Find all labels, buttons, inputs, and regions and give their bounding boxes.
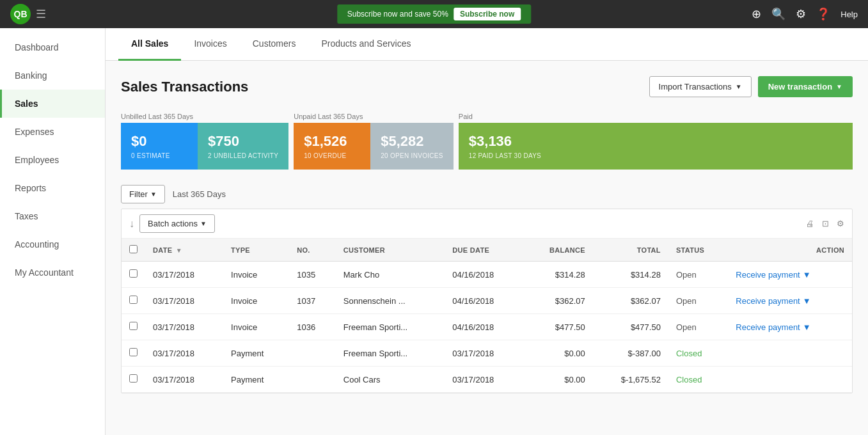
col-status: STATUS	[668, 239, 728, 262]
settings-icon[interactable]: ⚙	[837, 219, 844, 228]
hamburger-icon[interactable]: ☰	[36, 7, 46, 21]
col-date[interactable]: DATE ▼	[145, 239, 223, 262]
stat-sub-open: 20 OPEN INVOICES	[381, 152, 443, 159]
row-balance-1: $362.07	[523, 288, 592, 314]
tab-customers[interactable]: Customers	[240, 28, 309, 61]
table-container: ↓ Batch actions ▼ 🖨 ⊡ ⚙	[121, 209, 853, 393]
row-customer-0: Mark Cho	[336, 262, 445, 288]
col-no: NO.	[289, 239, 336, 262]
sidebar-item-reports[interactable]: Reports	[0, 174, 105, 202]
filter-button[interactable]: Filter ▼	[121, 185, 165, 203]
layout: Dashboard Banking Sales Expenses Employe…	[0, 28, 868, 435]
row-action-3	[728, 340, 852, 367]
stat-amount-paid: $3,136	[469, 133, 842, 150]
page-content: Sales Transactions Import Transactions ▼…	[106, 61, 868, 409]
receive-payment-button-1[interactable]: Receive payment ▼	[736, 296, 810, 306]
row-action-0: Receive payment ▼	[728, 262, 852, 288]
row-date-1: 03/17/2018	[145, 288, 223, 314]
sidebar-item-dashboard[interactable]: Dashboard	[0, 33, 105, 61]
table-row: 03/17/2018 Payment Freeman Sporti... 03/…	[122, 340, 852, 367]
stat-amount-estimate: $0	[131, 133, 187, 150]
row-select-1[interactable]	[129, 296, 138, 304]
row-checkbox-4	[122, 367, 145, 393]
dropdown-arrow-icon-green: ▼	[836, 83, 842, 90]
tab-all-sales[interactable]: All Sales	[118, 28, 181, 61]
filter-row: Filter ▼ Last 365 Days	[121, 185, 853, 203]
sidebar-item-employees[interactable]: Employees	[0, 146, 105, 174]
select-all-checkbox[interactable]	[129, 245, 138, 253]
row-no-4	[289, 367, 336, 393]
help-icon[interactable]: ❓	[816, 7, 830, 21]
batch-actions-label: Batch actions	[148, 219, 198, 228]
tab-bar: All Sales Invoices Customers Products an…	[106, 28, 868, 61]
row-customer-4: Cool Cars	[336, 367, 445, 393]
export-icon[interactable]: ⊡	[822, 219, 829, 228]
print-icon[interactable]: 🖨	[806, 219, 814, 228]
stat-sub-paid: 12 PAID LAST 30 DAYS	[469, 152, 842, 159]
stat-card-paid[interactable]: $3,136 12 PAID LAST 30 DAYS	[459, 123, 853, 170]
row-select-3[interactable]	[129, 348, 138, 356]
gear-icon[interactable]: ⚙	[796, 7, 806, 21]
header-actions: Import Transactions ▼ New transaction ▼	[649, 76, 853, 97]
row-total-4: $-1,675.52	[593, 367, 668, 393]
topnav-right: ⊕ 🔍 ⚙ ❓ Help	[752, 7, 858, 21]
import-transactions-button[interactable]: Import Transactions ▼	[649, 76, 752, 97]
sidebar-item-banking[interactable]: Banking	[0, 61, 105, 90]
promo-text: Subscribe now and save 50%	[347, 10, 448, 19]
row-date-0: 03/17/2018	[145, 262, 223, 288]
row-checkbox-0	[122, 262, 145, 288]
table-row: 03/17/2018 Invoice 1035 Mark Cho 04/16/2…	[122, 262, 852, 288]
sidebar-item-expenses[interactable]: Expenses	[0, 118, 105, 146]
search-icon[interactable]: 🔍	[771, 7, 785, 21]
tab-invoices[interactable]: Invoices	[181, 28, 239, 61]
col-total: TOTAL	[593, 239, 668, 262]
stat-section-unpaid: Unpaid Last 365 Days $1,526 10 OVERDUE $…	[294, 113, 454, 170]
select-all-header	[122, 239, 145, 262]
stat-cards-section: Unbilled Last 365 Days $0 0 ESTIMATE $75…	[121, 113, 853, 170]
transactions-table: DATE ▼ TYPE NO. CUSTOMER DUE DATE BALANC…	[122, 239, 852, 393]
date-sort-icon: ▼	[176, 247, 182, 254]
page-title: Sales Transactions	[121, 79, 248, 95]
stat-card-open-invoices[interactable]: $5,282 20 OPEN INVOICES	[370, 123, 454, 170]
stat-card-overdue[interactable]: $1,526 10 OVERDUE	[294, 123, 370, 170]
row-due-date-0: 04/16/2018	[445, 262, 523, 288]
row-select-2[interactable]	[129, 322, 138, 330]
tab-products-services[interactable]: Products and Services	[308, 28, 423, 61]
receive-payment-button-2[interactable]: Receive payment ▼	[736, 322, 810, 332]
table-icons: 🖨 ⊡ ⚙	[806, 219, 844, 228]
sidebar-item-taxes[interactable]: Taxes	[0, 202, 105, 230]
sidebar-item-accounting[interactable]: Accounting	[0, 230, 105, 258]
receive-payment-button-0[interactable]: Receive payment ▼	[736, 270, 810, 280]
stat-card-unbilled[interactable]: $750 2 UNBILLED ACTIVITY	[198, 123, 288, 170]
filter-dropdown-icon: ▼	[150, 191, 157, 198]
add-icon[interactable]: ⊕	[752, 7, 761, 21]
row-total-0: $314.28	[593, 262, 668, 288]
col-action: ACTION	[728, 239, 852, 262]
row-select-0[interactable]	[129, 269, 138, 278]
help-label[interactable]: Help	[840, 10, 858, 19]
sidebar: Dashboard Banking Sales Expenses Employe…	[0, 28, 106, 435]
table-toolbar: ↓ Batch actions ▼ 🖨 ⊡ ⚙	[122, 209, 852, 239]
import-label: Import Transactions	[659, 82, 732, 91]
row-checkbox-3	[122, 340, 145, 367]
row-due-date-4: 03/17/2018	[445, 367, 523, 393]
batch-actions-button[interactable]: Batch actions ▼	[139, 214, 215, 233]
sort-icon[interactable]: ↓	[129, 218, 134, 230]
stat-card-estimate[interactable]: $0 0 ESTIMATE	[121, 123, 198, 170]
filter-label: Filter	[129, 189, 148, 199]
row-due-date-2: 04/16/2018	[445, 314, 523, 340]
subscribe-button[interactable]: Subscribe now	[454, 8, 521, 20]
sidebar-item-my-accountant[interactable]: My Accountant	[0, 258, 105, 287]
row-action-2: Receive payment ▼	[728, 314, 852, 340]
row-select-4[interactable]	[129, 374, 138, 383]
row-type-1: Invoice	[223, 288, 289, 314]
table-row: 03/17/2018 Payment Cool Cars 03/17/2018 …	[122, 367, 852, 393]
date-range-label: Last 365 Days	[173, 189, 226, 199]
stat-amount-open: $5,282	[381, 133, 443, 150]
new-transaction-button[interactable]: New transaction ▼	[758, 76, 853, 97]
logo[interactable]: QB ☰	[10, 4, 46, 24]
sidebar-item-sales[interactable]: Sales	[0, 90, 105, 118]
row-balance-0: $314.28	[523, 262, 592, 288]
col-customer: CUSTOMER	[336, 239, 445, 262]
row-due-date-1: 04/16/2018	[445, 288, 523, 314]
